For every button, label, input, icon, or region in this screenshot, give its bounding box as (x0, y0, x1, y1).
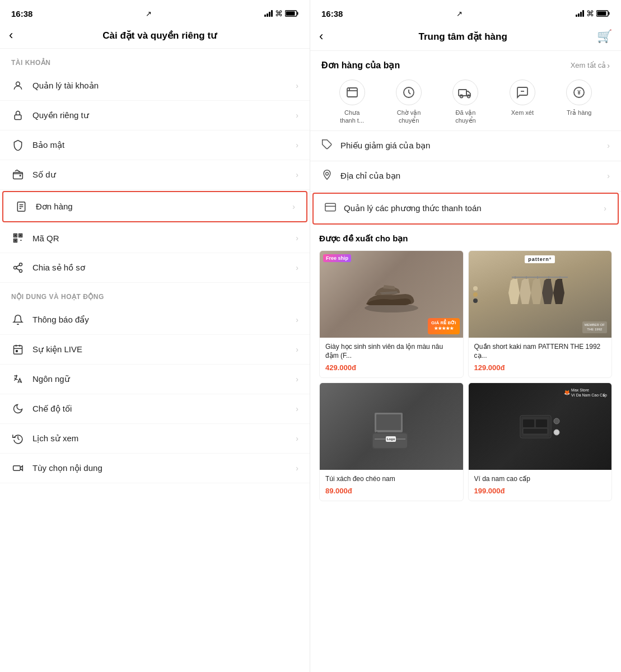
svg-rect-2 (286, 12, 295, 16)
see-all-button[interactable]: Xem tất cả › (571, 61, 610, 70)
chevron-icon: › (607, 141, 610, 150)
order-icon-tra-hang[interactable]: ¥ Trả hàng (562, 80, 596, 125)
svg-rect-70 (523, 428, 548, 434)
order-icon-cho-van-chuyen[interactable]: Chờ vậnchuyển (392, 80, 426, 125)
so-du-label: Số dư (32, 170, 296, 180)
che-do-toi-label: Chế độ tối (32, 404, 296, 414)
chevron-icon: › (292, 202, 295, 211)
svg-rect-27 (14, 346, 22, 354)
right-location-arrow: ↗ (456, 10, 463, 18)
info-row-quan-ly-thanh-toan[interactable]: Quản lý các phương thức thanh toán › (312, 193, 619, 225)
menu-item-chia-se-ho-so[interactable]: Chia sẻ hồ sơ › (0, 253, 310, 283)
lock-icon (11, 109, 25, 122)
chia-se-ho-so-label: Chia sẻ hồ sơ (32, 263, 296, 273)
product-card-bag[interactable]: Logo Túi xách đeo chéo nam 89.000đ (319, 382, 464, 501)
product-price-giay: 429.000đ (325, 363, 457, 372)
svg-rect-36 (347, 88, 357, 97)
info-row-dia-chi[interactable]: Địa chỉ của bạn › (310, 161, 621, 192)
svg-point-72 (554, 430, 559, 435)
order-section-header: Đơn hàng của bạn Xem tất cả › (321, 60, 610, 71)
wifi-icon: ⌘ (275, 9, 283, 18)
card-icon (325, 202, 336, 216)
order-icon-da-van-chuyen[interactable]: Đã vậnchuyển (449, 80, 482, 125)
chevron-icon: › (296, 170, 298, 179)
right-back-button[interactable]: ‹ (319, 30, 329, 43)
right-status-icons: ⌘ (576, 9, 610, 18)
menu-item-ngon-ngu[interactable]: Ngôn ngữ › (0, 365, 310, 394)
section-header-tai-khoan: TÀI KHOẢN (0, 49, 310, 71)
product-info-bag: Túi xách đeo chéo nam 89.000đ (320, 470, 463, 501)
left-time: 16:38 (11, 9, 32, 18)
svg-rect-32 (13, 466, 21, 470)
svg-rect-35 (597, 12, 606, 16)
calendar-icon (11, 343, 25, 356)
svg-rect-34 (609, 12, 610, 15)
left-status-icons: ⌘ (264, 9, 298, 18)
section-header-noi-dung: NỘI DUNG VÀ HOẠT ĐỘNG (0, 283, 310, 305)
return-icon: ¥ (566, 80, 592, 105)
product-card-wallet[interactable]: 🦊 Max StoreVí Da Nam Cao Cấp (468, 382, 613, 501)
product-card-shorts[interactable]: pattern° (468, 250, 613, 379)
menu-item-don-hang[interactable]: Đơn hàng › (2, 191, 307, 222)
product-price-shorts: 129.000đ (474, 363, 606, 372)
waiting-ship-icon (396, 80, 422, 105)
moon-icon (11, 402, 25, 416)
chevron-icon: › (296, 263, 298, 272)
left-location-arrow: ↗ (146, 10, 152, 18)
product-name-bag: Túi xách đeo chéo nam (325, 474, 457, 484)
info-row-phieu-giam-gia[interactable]: Phiếu giảm giá của bạn › (310, 131, 621, 161)
don-hang-label: Đơn hàng (36, 202, 292, 212)
shipped-icon (452, 80, 478, 105)
chevron-icon: › (296, 111, 298, 120)
tuy-chon-noi-dung-label: Tùy chọn nội dung (32, 463, 296, 473)
cart-icon[interactable]: 🛒 (597, 29, 612, 44)
svg-rect-15 (15, 240, 16, 241)
svg-rect-13 (15, 235, 16, 236)
recommended-title: Được đề xuất cho bạn (319, 234, 612, 244)
order-icon-xem-xet[interactable]: Xem xét (506, 80, 539, 125)
menu-item-lich-su-xem[interactable]: Lịch sử xem › (0, 424, 310, 454)
product-image-shorts: pattern° (469, 251, 612, 338)
person-icon (11, 79, 25, 92)
svg-rect-48 (325, 203, 335, 211)
right-panel: 16:38 ↗ ⌘ ‹ Trung tâm đặt hàng 🛒 Đơn hàn… (310, 0, 621, 672)
left-panel: 16:38 ↗ ⌘ ‹ Cài đặt và quyền riêng tư TÀ… (0, 0, 310, 672)
chevron-icon: › (296, 375, 298, 384)
svg-rect-14 (20, 235, 21, 236)
menu-item-su-kien-live[interactable]: Sự kiện LIVE › (0, 335, 310, 365)
product-image-wallet: 🦊 Max StoreVí Da Nam Cao Cấp (469, 383, 612, 470)
product-price-bag: 89.000đ (325, 487, 457, 495)
menu-item-quan-ly-tai-khoan[interactable]: Quản lý tài khoản › (0, 71, 310, 101)
svg-rect-68 (523, 419, 534, 427)
menu-item-bao-mat[interactable]: Bảo mật › (0, 130, 310, 160)
product-info-wallet: Ví da nam cao cấp 199.000đ (469, 470, 612, 501)
member-badge: MEMBER OFTHE 1992 (582, 321, 607, 333)
menu-item-so-du[interactable]: Số dư › (0, 160, 310, 190)
svg-point-3 (16, 82, 20, 86)
menu-item-thong-bao[interactable]: Thông báo đẩy › (0, 305, 310, 335)
quan-ly-thanh-toan-label: Quản lý các phương thức thanh toán (344, 203, 604, 213)
chevron-icon: › (296, 345, 298, 354)
left-page-title: Cài đặt và quyền riêng tư (18, 30, 301, 41)
svg-point-22 (20, 263, 22, 266)
wallet-svg (515, 402, 565, 452)
left-nav-bar: ‹ Cài đặt và quyền riêng tư (0, 25, 310, 49)
menu-item-che-do-toi[interactable]: Chế độ tối › (0, 394, 310, 424)
menu-item-quyen-rieng-tu[interactable]: Quyền riêng tư › (0, 101, 310, 130)
order-section-title: Đơn hàng của bạn (321, 60, 400, 71)
svg-rect-60 (376, 414, 401, 430)
right-status-bar: 16:38 ↗ ⌘ (310, 0, 621, 25)
product-card-giay[interactable]: Free ship GIÁ RẺ BỚI★★★★★ (319, 250, 464, 379)
product-name-giay: Giày học sinh sinh viên da lộn màu nâu đ… (325, 342, 457, 361)
chevron-icon: › (296, 464, 298, 473)
menu-item-ma-qr[interactable]: Mã QR › (0, 223, 310, 253)
svg-line-26 (16, 265, 20, 267)
order-icon-chua-thanh-toan[interactable]: Chưathanh t... (335, 80, 369, 125)
cho-van-chuyen-label: Chờ vậnchuyển (397, 109, 421, 125)
menu-item-tuy-chon-noi-dung[interactable]: Tùy chọn nội dung › (0, 454, 310, 483)
phieu-giam-gia-label: Phiếu giảm giá của bạn (340, 141, 607, 151)
chevron-icon: › (296, 434, 298, 443)
svg-text:Logo: Logo (386, 437, 395, 441)
product-image-bag: Logo (320, 383, 463, 470)
left-back-button[interactable]: ‹ (9, 29, 18, 41)
